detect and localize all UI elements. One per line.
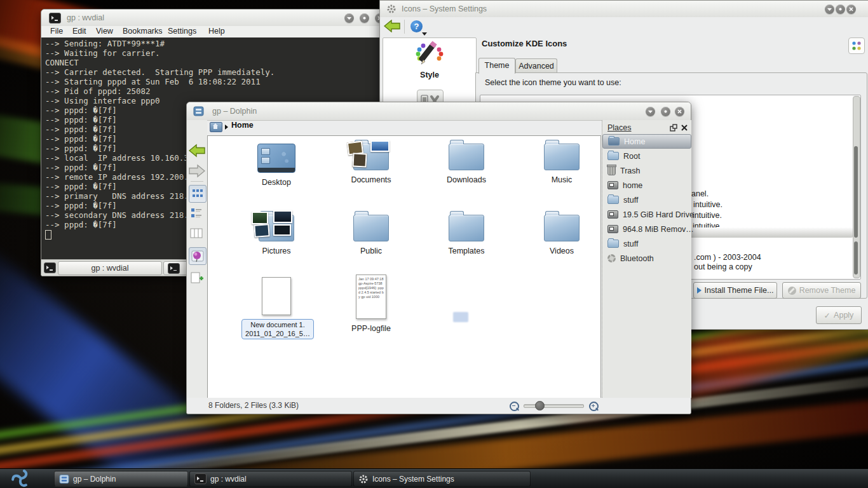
maximize-button[interactable]: [360, 13, 369, 23]
zoom-in-icon[interactable]: [589, 402, 599, 411]
help-button[interactable]: ?: [410, 20, 423, 32]
terminal-tab-active[interactable]: gp : wvdial: [58, 261, 162, 275]
breadcrumb-home[interactable]: Home: [231, 121, 254, 130]
settings-title: Icons – System Settings: [402, 4, 487, 13]
remove-theme-button[interactable]: Remove Theme: [782, 282, 861, 299]
minimize-button[interactable]: [825, 4, 834, 14]
preview-button[interactable]: [189, 247, 207, 265]
task-wvdial[interactable]: gp : wvdial: [189, 471, 352, 487]
gear-icon: [358, 474, 369, 484]
launcher-logo-icon[interactable]: [6, 470, 36, 488]
folder-item-desktop[interactable]: Desktop: [241, 144, 311, 187]
terminal-line: --> Pid of pppd: 25082: [41, 86, 386, 96]
task-dolphin[interactable]: gp – Dolphin: [54, 471, 188, 487]
places-item-home-partition[interactable]: home: [602, 178, 691, 193]
page-title: Customize KDE Icons: [482, 39, 567, 48]
menu-file[interactable]: File: [50, 27, 63, 36]
folder-item-public[interactable]: Public: [336, 215, 406, 255]
forward-button[interactable]: [189, 163, 205, 179]
folder-label: Templates: [431, 247, 501, 255]
task-label: gp – Dolphin: [73, 475, 116, 484]
close-button[interactable]: [675, 107, 684, 116]
minimize-button[interactable]: [646, 107, 655, 116]
places-item-trash[interactable]: Trash: [602, 163, 691, 178]
apply-label: Apply: [834, 311, 853, 320]
tab-advanced[interactable]: Advanced: [515, 58, 557, 73]
places-item-removable[interactable]: 964.8 MiB Remov…: [602, 222, 691, 236]
folder-icon: [449, 144, 484, 170]
minimize-button[interactable]: [344, 13, 354, 23]
icons-view-button[interactable]: [189, 185, 207, 203]
file-item-ppp-logfile[interactable]: Jan 17 09:47:18 gp-Aspire-5738 pppd[1946…: [336, 274, 406, 333]
zoom-out-icon[interactable]: [510, 402, 519, 411]
zoom-slider[interactable]: [524, 404, 584, 408]
places-panel: Places Home Root Trash home: [602, 120, 691, 398]
columns-view-button[interactable]: [189, 226, 205, 241]
folder-item-documents[interactable]: Documents: [336, 144, 406, 184]
folder-item-music[interactable]: Music: [527, 144, 597, 184]
menu-view[interactable]: View: [96, 27, 113, 36]
theme-description-fragment: .com ) - 2003-2004: [694, 253, 761, 262]
style-label: Style: [383, 71, 476, 79]
sidebar-item-style[interactable]: Style: [383, 41, 476, 79]
menu-help[interactable]: Help: [208, 27, 225, 36]
folder-item-downloads[interactable]: Downloads: [431, 144, 501, 184]
split-view-button[interactable]: [189, 270, 205, 285]
install-theme-button[interactable]: Install Theme File...: [693, 282, 777, 299]
float-panel-icon[interactable]: [670, 124, 677, 132]
terminal-titlebar[interactable]: gp : wvdial: [41, 10, 386, 27]
new-tab-button[interactable]: [44, 262, 56, 273]
folder-label: Videos: [527, 247, 597, 255]
file-view[interactable]: Desktop Documents Downloads Music: [207, 135, 601, 399]
scrollbar-thumb[interactable]: [854, 241, 858, 274]
places-item-stuff[interactable]: stuff: [602, 193, 691, 207]
terminal-line: --> Sending: ATDT*99***1#: [41, 39, 386, 48]
theme-description-fragment: out being a copy: [694, 262, 752, 271]
folder-item-pictures[interactable]: Pictures: [241, 215, 311, 255]
file-item-new-document[interactable]: New document 1. 2011_01_20_16_5…: [241, 277, 311, 339]
folder-icon: [544, 144, 580, 170]
task-label: gp : wvdial: [210, 475, 247, 484]
maximize-button[interactable]: [661, 107, 670, 116]
details-view-button[interactable]: [189, 205, 205, 220]
places-item-root[interactable]: Root: [602, 149, 691, 163]
dolphin-titlebar[interactable]: gp – Dolphin: [187, 102, 691, 121]
menu-settings[interactable]: Settings: [168, 27, 196, 36]
folder-label: Desktop: [241, 178, 311, 187]
icons-category-icon: [848, 37, 865, 54]
zoom-slider-handle[interactable]: [535, 401, 545, 410]
places-item-stuff-2[interactable]: stuff: [602, 236, 691, 251]
scrollbar-thumb[interactable]: [854, 146, 858, 238]
chevron-down-icon[interactable]: [422, 32, 427, 36]
menu-bookmarks[interactable]: Bookmarks: [123, 27, 163, 36]
close-button[interactable]: [846, 4, 856, 14]
folder-item-videos[interactable]: Videos: [527, 215, 597, 255]
toolbar-separator: [191, 181, 203, 182]
back-button[interactable]: [384, 20, 400, 32]
home-folder-icon[interactable]: [210, 122, 222, 132]
theme-list-fragment: anel.: [691, 189, 709, 198]
close-panel-icon[interactable]: [681, 124, 688, 132]
maximize-button[interactable]: [836, 4, 845, 14]
remove-theme-label: Remove Theme: [799, 286, 856, 295]
settings-titlebar[interactable]: Icons – System Settings: [380, 1, 868, 18]
tab-theme[interactable]: Theme: [478, 58, 515, 74]
folder-label: Downloads: [431, 175, 501, 184]
back-button[interactable]: [189, 143, 205, 158]
theme-list-scrollbar[interactable]: [853, 96, 860, 278]
icons-view-icon: [190, 186, 205, 201]
preview-icon: [190, 248, 205, 264]
task-system-settings[interactable]: Icons – System Settings: [353, 471, 531, 487]
task-label: Icons – System Settings: [372, 475, 454, 484]
dolphin-window: gp – Dolphin Home: [186, 102, 691, 414]
theme-list-fragment: intuitive.: [693, 200, 722, 209]
file-preview-text: Jan 17 09:47:18 gp-Aspire-5738 pppd[1946…: [358, 277, 384, 299]
folder-label: Pictures: [241, 247, 311, 255]
folder-item-templates[interactable]: Templates: [431, 215, 501, 255]
apply-button[interactable]: ✓ Apply: [816, 306, 862, 324]
menu-edit[interactable]: Edit: [72, 27, 86, 36]
places-item-bluetooth[interactable]: Bluetooth: [602, 251, 691, 266]
places-item-hard-drive[interactable]: 19.5 GiB Hard Drive: [602, 207, 691, 222]
folder-icon: [449, 215, 484, 241]
places-item-home[interactable]: Home: [602, 134, 691, 149]
